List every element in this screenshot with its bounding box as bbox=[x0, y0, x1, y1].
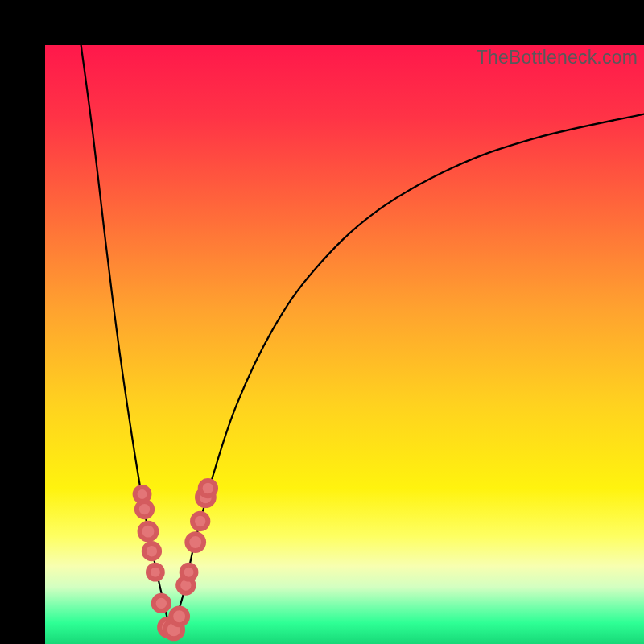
plot-area: TheBottleneck.com bbox=[45, 45, 644, 644]
watermark-text: TheBottleneck.com bbox=[477, 47, 638, 68]
data-dot bbox=[148, 565, 163, 580]
data-dot bbox=[182, 565, 196, 580]
data-dot bbox=[140, 523, 157, 540]
data-dot bbox=[200, 481, 216, 496]
data-dot bbox=[135, 487, 150, 502]
data-dot bbox=[187, 534, 204, 551]
data-dot bbox=[192, 514, 208, 529]
data-dot bbox=[137, 502, 152, 517]
chart-frame: TheBottleneck.com bbox=[0, 0, 644, 644]
curves-layer bbox=[45, 45, 644, 644]
data-dot bbox=[171, 608, 188, 625]
data-dots-group bbox=[135, 481, 216, 638]
data-dot bbox=[154, 596, 169, 611]
curve-right-branch bbox=[171, 114, 644, 633]
data-dot bbox=[144, 543, 159, 559]
